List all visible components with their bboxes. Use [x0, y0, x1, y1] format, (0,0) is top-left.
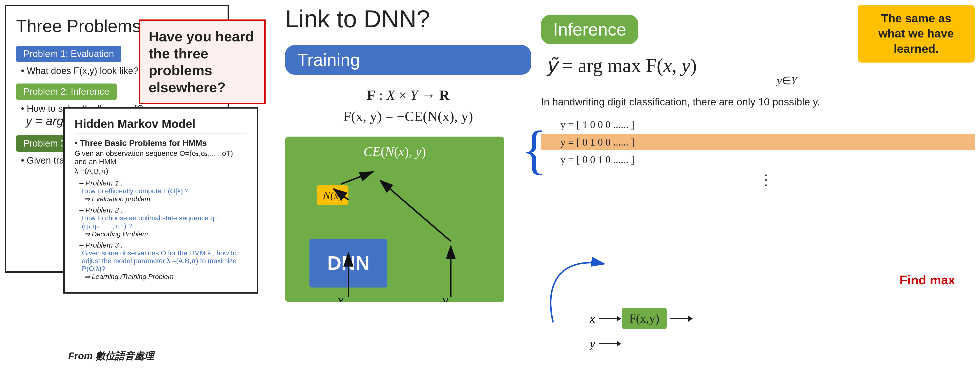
blue-arrow-svg [541, 254, 663, 327]
same-as-text: The same as what we have learned. [867, 11, 965, 57]
inference-badge: Inference [541, 14, 638, 44]
hmm-p3-link: Given some observations O for the HMM λ … [82, 249, 247, 273]
hmm-problem-1-group: – Problem 1 : How to efficiently compute… [75, 179, 247, 203]
training-badge: Training [285, 45, 531, 75]
hmm-problem-3-group: – Problem 3 : Given some observations O … [75, 241, 247, 281]
hmm-given: Given an observation sequence O=(o₁,o₂,.… [75, 149, 247, 166]
dnn-outer-box: CE(N(x), y) N(x) DNN [285, 136, 504, 302]
formula-fxy-ce: F(x, y) = −CE(N(x), y) [280, 106, 536, 127]
svg-line-2 [341, 172, 373, 184]
hmm-p2-link: How to choose an optimal state sequence … [82, 214, 247, 230]
y-arrow-icon [599, 343, 618, 344]
link-dnn-title: Link to DNN? [280, 5, 536, 33]
svg-line-1 [380, 181, 451, 241]
hmm-title: Hidden Markov Model [75, 117, 247, 133]
hmm-p1-arrow: ⇒ Evaluation problem [84, 195, 247, 203]
hmm-subtitle: • Three Basic Problems for HMMs [75, 138, 247, 148]
nx-box: N(x) [317, 185, 348, 205]
formula-f-xy-r: F : X × Y → R [280, 84, 536, 106]
find-max-text: Find max [900, 273, 955, 287]
hmm-p3-num: – Problem 3 : [80, 241, 247, 249]
problem-2-label: Problem 2: Inference [16, 84, 117, 100]
formula-block-1: F : X × Y → R F(x, y) = −CE(N(x), y) [280, 84, 536, 127]
hmm-p1-link: How to efficiently compute P(O|λ) ? [82, 187, 247, 195]
hmm-card: Hidden Markov Model • Three Basic Proble… [64, 107, 258, 293]
svg-text:y: y [441, 293, 448, 302]
y-vectors: { y = [ 1 0 0 0 ...... ] y = [ 0 1 0 0 .… [541, 117, 975, 190]
hmm-p3-arrow: ⇒ Learning /Training Problem [84, 273, 247, 281]
svg-text:x: x [337, 293, 344, 302]
hmm-problem-2-group: – Problem 2 : How to choose an optimal s… [75, 206, 247, 238]
right-section: The same as what we have learned. Infere… [541, 5, 975, 365]
inference-desc: In handwriting digit classification, the… [541, 94, 975, 109]
red-popup-text: Have you heard the three problems elsewh… [149, 28, 256, 96]
red-popup: Have you heard the three problems elsewh… [139, 19, 266, 104]
output-arrow-icon [670, 318, 690, 319]
problem-1-label: Problem 1: Evaluation [16, 46, 121, 62]
dnn-label: DNN [327, 252, 369, 274]
hmm-p1-num: – Problem 1 : [80, 179, 247, 187]
y-vec-row-2: y = [ 0 1 0 0 ...... ] [541, 135, 975, 150]
brace-icon: { [522, 109, 547, 190]
y-vec-row-1: y = [ 1 0 0 0 ...... ] [541, 117, 975, 132]
inference-diagram: x F(x,y) y [590, 308, 690, 350]
dnn-diagram: CE(N(x), y) N(x) DNN [285, 136, 531, 302]
same-as-box: The same as what we have learned. [858, 5, 975, 63]
hmm-p2-arrow: ⇒ Decoding Problem [84, 230, 247, 238]
dnn-box: DNN [309, 239, 387, 287]
dots-row: ⋮ [541, 170, 975, 190]
hmm-p2-num: – Problem 2 : [80, 206, 247, 214]
y-label: y [590, 336, 595, 350]
left-section: Three Problems Problem 1: Evaluation • W… [5, 5, 261, 365]
from-text: From 數位語音處理 [68, 349, 154, 363]
hmm-lambda: λ =(A,B,π) [75, 167, 247, 175]
middle-section: Link to DNN? Training F : X × Y → R F(x,… [280, 5, 536, 365]
y-vec-row-3: y = [ 0 0 1 0 ...... ] [541, 152, 975, 168]
ce-label: CE(N(x), y) [364, 144, 426, 159]
x-arrow-icon [599, 318, 618, 319]
